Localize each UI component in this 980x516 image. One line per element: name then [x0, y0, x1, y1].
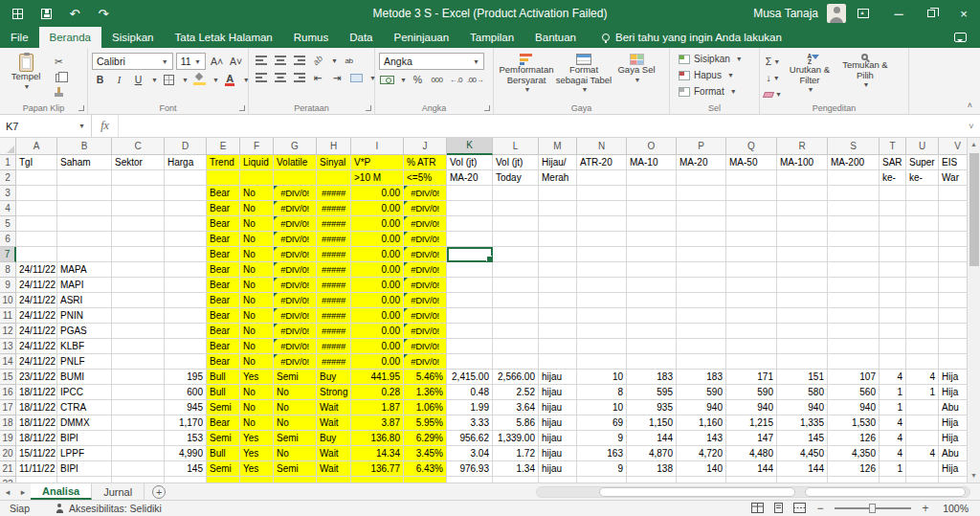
- cell-V12[interactable]: [939, 324, 967, 339]
- row-header-21[interactable]: 21: [0, 461, 16, 477]
- cell-S12[interactable]: [828, 324, 880, 339]
- cell-T10[interactable]: [880, 293, 906, 308]
- cell-I9[interactable]: 0.00: [351, 278, 404, 293]
- column-header-I[interactable]: I: [351, 138, 404, 155]
- cell-U18[interactable]: [906, 415, 939, 431]
- cell-D9[interactable]: [165, 278, 207, 293]
- cell-O9[interactable]: [627, 278, 677, 293]
- cell-V1[interactable]: EIS: [939, 155, 967, 170]
- avatar[interactable]: [827, 4, 846, 23]
- cell-N10[interactable]: [577, 293, 627, 308]
- align-left-icon[interactable]: [253, 70, 269, 85]
- find-select-button[interactable]: Temukan & Pilih ▼: [837, 51, 893, 101]
- cell-R13[interactable]: [777, 339, 828, 354]
- cell-M1[interactable]: Hijau/: [539, 155, 577, 170]
- cell-S7[interactable]: [828, 247, 880, 262]
- cell-A13[interactable]: 24/11/22: [16, 339, 57, 354]
- cell-E17[interactable]: Semi: [207, 400, 240, 415]
- cell-R8[interactable]: [777, 262, 828, 278]
- cell-A21[interactable]: 11/11/22: [16, 461, 57, 477]
- cell-D6[interactable]: [165, 232, 207, 247]
- cell-M21[interactable]: hijau: [539, 461, 577, 477]
- align-center-icon[interactable]: [272, 70, 288, 85]
- cell-C18[interactable]: [112, 415, 165, 431]
- cell-P15[interactable]: 183: [677, 370, 726, 385]
- cell-K12[interactable]: [447, 324, 493, 339]
- cell-N3[interactable]: [577, 186, 627, 201]
- borders-icon[interactable]: [161, 72, 177, 87]
- cell-J11[interactable]: #DIV/0!: [404, 308, 447, 324]
- cell-H2[interactable]: [317, 170, 351, 186]
- decrease-decimal-icon[interactable]: .00→: [467, 72, 483, 87]
- cell-A6[interactable]: [16, 232, 57, 247]
- cell-N8[interactable]: [577, 262, 627, 278]
- cell-M19[interactable]: hijau: [539, 431, 577, 446]
- cell-N18[interactable]: 69: [577, 415, 627, 431]
- cell-M8[interactable]: [539, 262, 577, 278]
- cell-K7[interactable]: [447, 247, 493, 262]
- cell-N15[interactable]: 10: [577, 370, 627, 385]
- cell-D16[interactable]: 600: [165, 385, 207, 400]
- cell-D17[interactable]: 945: [165, 400, 207, 415]
- cell-F9[interactable]: No: [240, 278, 274, 293]
- cell-Q18[interactable]: 1,215: [726, 415, 777, 431]
- italic-button[interactable]: I: [111, 72, 127, 87]
- cell-K21[interactable]: 976.93: [447, 461, 493, 477]
- row-header-17[interactable]: 17: [0, 400, 16, 415]
- cell-G12[interactable]: #DIV/0!: [274, 324, 317, 339]
- zoom-level[interactable]: 100%: [940, 503, 969, 514]
- cell-U8[interactable]: [906, 262, 939, 278]
- cell-A15[interactable]: 23/11/22: [16, 370, 57, 385]
- cell-U9[interactable]: [906, 278, 939, 293]
- cell-L9[interactable]: [493, 278, 539, 293]
- cell-C2[interactable]: [112, 170, 165, 186]
- cell-O7[interactable]: [627, 247, 677, 262]
- column-header-K[interactable]: K: [447, 138, 493, 155]
- cell-S16[interactable]: 560: [828, 385, 880, 400]
- cell-F17[interactable]: No: [240, 400, 274, 415]
- redo-icon[interactable]: ↷: [96, 6, 111, 21]
- font-size-select[interactable]: 11 ▼: [176, 53, 206, 70]
- font-name-select[interactable]: Calibri ▼: [92, 53, 173, 70]
- cell-S4[interactable]: [828, 201, 880, 216]
- collapse-ribbon-icon[interactable]: ˄: [968, 101, 972, 110]
- cell-K10[interactable]: [447, 293, 493, 308]
- cell-I8[interactable]: 0.00: [351, 262, 404, 278]
- cell-P8[interactable]: [677, 262, 726, 278]
- cell-J16[interactable]: 1.36%: [404, 385, 447, 400]
- cell-T3[interactable]: [880, 186, 906, 201]
- cell-V21[interactable]: Hija: [939, 461, 967, 477]
- cell-S9[interactable]: [828, 278, 880, 293]
- cell-R2[interactable]: [777, 170, 828, 186]
- row-header-1[interactable]: 1: [0, 155, 16, 170]
- cell-U17[interactable]: [906, 400, 939, 415]
- tab-sisipkan[interactable]: Sisipkan: [101, 27, 164, 48]
- cell-F3[interactable]: No: [240, 186, 274, 201]
- column-header-S[interactable]: S: [828, 138, 880, 155]
- cell-V6[interactable]: [939, 232, 967, 247]
- row-header-9[interactable]: 9: [0, 278, 16, 293]
- cell-H6[interactable]: #####: [317, 232, 351, 247]
- cell-E9[interactable]: Bear: [207, 278, 240, 293]
- cell-B15[interactable]: BUMI: [57, 370, 112, 385]
- column-header-T[interactable]: T: [880, 138, 906, 155]
- cell-U4[interactable]: [906, 201, 939, 216]
- cell-V11[interactable]: [939, 308, 967, 324]
- cell-H5[interactable]: #####: [317, 216, 351, 232]
- cell-D11[interactable]: [165, 308, 207, 324]
- cell-H7[interactable]: #####: [317, 247, 351, 262]
- cell-R4[interactable]: [777, 201, 828, 216]
- cell-P13[interactable]: [677, 339, 726, 354]
- cell-C9[interactable]: [112, 278, 165, 293]
- column-header-V[interactable]: V: [939, 138, 967, 155]
- cell-D14[interactable]: [165, 354, 207, 370]
- cell-J4[interactable]: #DIV/0!: [404, 201, 447, 216]
- cell-S14[interactable]: [828, 354, 880, 370]
- cell-P5[interactable]: [677, 216, 726, 232]
- cell-A4[interactable]: [16, 201, 57, 216]
- cell-Q2[interactable]: [726, 170, 777, 186]
- cell-S8[interactable]: [828, 262, 880, 278]
- cell-F19[interactable]: Yes: [240, 431, 274, 446]
- cell-M2[interactable]: Merah: [539, 170, 577, 186]
- cell-I7[interactable]: 0.00: [351, 247, 404, 262]
